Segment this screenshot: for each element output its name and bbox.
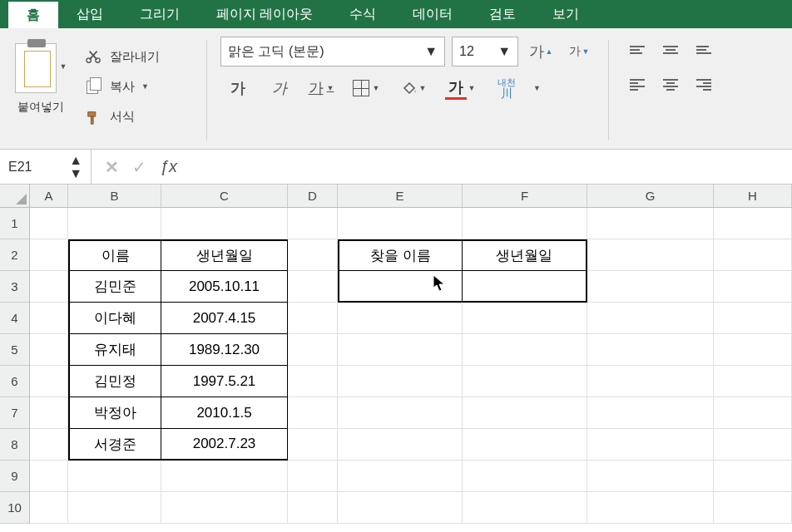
cell-D9[interactable] xyxy=(288,461,338,492)
row-header-5[interactable]: 5 xyxy=(0,334,29,366)
cell-A6[interactable] xyxy=(30,366,68,397)
cell-B3[interactable]: 김민준 xyxy=(68,271,161,303)
cell-G7[interactable] xyxy=(587,397,714,429)
row-header-1[interactable]: 1 xyxy=(0,208,29,239)
cell-G10[interactable] xyxy=(587,492,714,524)
cell-H3[interactable] xyxy=(714,271,792,303)
copy-button[interactable]: 복사 ▼ xyxy=(85,71,193,101)
cell-H2[interactable] xyxy=(714,239,792,271)
tab-view[interactable]: 보기 xyxy=(534,0,597,28)
cell-C9[interactable] xyxy=(161,461,288,492)
row-header-10[interactable]: 10 xyxy=(0,492,29,524)
cell-A1[interactable] xyxy=(30,208,68,239)
enter-icon[interactable]: ✓ xyxy=(132,157,146,177)
name-box[interactable]: E21 ▲▼ xyxy=(0,150,92,184)
cell-H9[interactable] xyxy=(714,461,792,492)
row-header-4[interactable]: 4 xyxy=(0,303,29,334)
align-right-button[interactable] xyxy=(689,71,719,98)
cell-A9[interactable] xyxy=(30,461,68,492)
cell-D6[interactable] xyxy=(288,366,338,397)
cell-H7[interactable] xyxy=(714,397,792,429)
cell-C2[interactable]: 생년월일 xyxy=(161,239,288,271)
row-header-9[interactable]: 9 xyxy=(0,461,29,492)
cell-G5[interactable] xyxy=(587,334,714,366)
formula-input[interactable] xyxy=(191,150,792,184)
cell-F3[interactable] xyxy=(463,271,587,303)
cell-D10[interactable] xyxy=(288,492,338,524)
col-header-A[interactable]: A xyxy=(30,185,68,207)
cell-H4[interactable] xyxy=(714,303,792,334)
cell-F4[interactable] xyxy=(463,303,587,334)
cell-B5[interactable]: 유지태 xyxy=(68,334,161,366)
cell-B2[interactable]: 이름 xyxy=(68,239,161,271)
italic-button[interactable]: 가 xyxy=(262,73,297,103)
cell-E1[interactable] xyxy=(338,208,463,239)
cell-D2[interactable] xyxy=(288,239,338,271)
cell-E7[interactable] xyxy=(338,397,463,429)
cell-C8[interactable]: 2002.7.23 xyxy=(161,429,288,461)
cell-E6[interactable] xyxy=(338,366,463,397)
cells-grid[interactable]: 이름생년월일찾을 이름생년월일김민준2005.10.11이다혜2007.4.15… xyxy=(30,208,792,524)
cell-F5[interactable] xyxy=(463,334,587,366)
cell-G9[interactable] xyxy=(587,461,714,492)
cell-F10[interactable] xyxy=(463,492,587,524)
align-bottom-button[interactable] xyxy=(689,37,719,63)
align-top-button[interactable] xyxy=(622,37,652,63)
row-header-3[interactable]: 3 xyxy=(0,271,29,303)
cell-H5[interactable] xyxy=(714,334,792,366)
cell-F6[interactable] xyxy=(463,366,587,397)
underline-button[interactable]: 가 ▼ xyxy=(304,73,339,103)
cell-A7[interactable] xyxy=(30,397,68,429)
cell-G8[interactable] xyxy=(587,429,714,461)
paste-button[interactable]: ▼ xyxy=(15,40,67,93)
row-header-7[interactable]: 7 xyxy=(0,397,29,429)
tab-data[interactable]: 데이터 xyxy=(394,0,471,28)
tab-formulas[interactable]: 수식 xyxy=(331,0,394,28)
cell-B4[interactable]: 이다혜 xyxy=(68,303,161,334)
cell-C4[interactable]: 2007.4.15 xyxy=(161,303,288,334)
cell-D3[interactable] xyxy=(288,271,338,303)
font-shrink-button[interactable]: 가▼ xyxy=(563,37,595,66)
cell-E5[interactable] xyxy=(338,334,463,366)
row-header-2[interactable]: 2 xyxy=(0,239,29,271)
cell-D8[interactable] xyxy=(288,429,338,461)
cell-H6[interactable] xyxy=(714,366,792,397)
col-header-D[interactable]: D xyxy=(288,185,338,207)
cell-C10[interactable] xyxy=(161,492,288,524)
tab-draw[interactable]: 그리기 xyxy=(121,0,198,28)
col-header-C[interactable]: C xyxy=(161,185,288,207)
cell-G1[interactable] xyxy=(587,208,714,239)
cell-E2[interactable]: 찾을 이름 xyxy=(338,239,463,271)
cell-B10[interactable] xyxy=(68,492,161,524)
align-middle-button[interactable] xyxy=(656,37,686,63)
cell-F1[interactable] xyxy=(463,208,587,239)
font-name-select[interactable]: 맑은 고딕 (본문) ▼ xyxy=(220,37,445,66)
cell-C5[interactable]: 1989.12.30 xyxy=(161,334,288,366)
cell-F8[interactable] xyxy=(463,429,587,461)
cancel-icon[interactable]: ✕ xyxy=(105,157,119,177)
cell-E4[interactable] xyxy=(338,303,463,334)
cell-A3[interactable] xyxy=(30,271,68,303)
col-header-H[interactable]: H xyxy=(714,185,792,207)
borders-button[interactable]: ▼ xyxy=(345,73,387,103)
cell-D5[interactable] xyxy=(288,334,338,366)
align-left-button[interactable] xyxy=(622,71,652,98)
cell-H10[interactable] xyxy=(714,492,792,524)
cell-H1[interactable] xyxy=(714,208,792,239)
name-box-stepper[interactable]: ▲▼ xyxy=(69,154,82,180)
cut-button[interactable]: 잘라내기 xyxy=(85,42,193,71)
cell-F7[interactable] xyxy=(463,397,587,429)
tab-insert[interactable]: 삽입 xyxy=(58,0,121,28)
format-painter-button[interactable]: 서식 xyxy=(85,101,193,131)
row-header-6[interactable]: 6 xyxy=(0,366,29,397)
cell-C3[interactable]: 2005.10.11 xyxy=(161,271,288,303)
row-header-8[interactable]: 8 xyxy=(0,429,29,461)
cell-G2[interactable] xyxy=(587,239,714,271)
cell-B1[interactable] xyxy=(68,208,161,239)
cell-F2[interactable]: 생년월일 xyxy=(463,239,587,271)
cell-C7[interactable]: 2010.1.5 xyxy=(161,397,288,429)
cell-G4[interactable] xyxy=(587,303,714,334)
col-header-B[interactable]: B xyxy=(68,185,161,207)
cell-E8[interactable] xyxy=(338,429,463,461)
cell-G6[interactable] xyxy=(587,366,714,397)
